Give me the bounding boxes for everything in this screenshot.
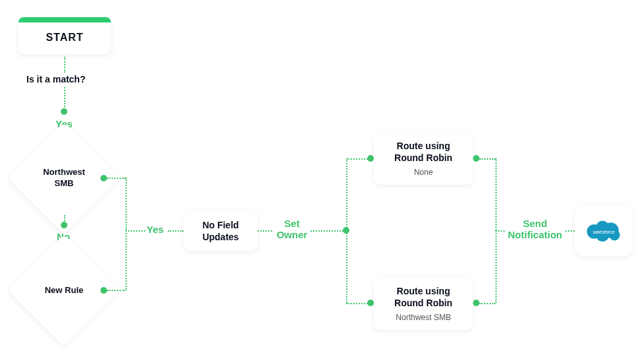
- connector-dot: [100, 287, 107, 294]
- start-node-stripe: [18, 17, 111, 22]
- connector: [125, 230, 145, 232]
- connector-dot: [473, 300, 480, 306]
- connector: [125, 230, 127, 290]
- connector: [258, 230, 272, 232]
- connector: [480, 158, 495, 160]
- connector: [125, 178, 127, 230]
- connector-dot: [61, 222, 67, 228]
- connector: [495, 230, 505, 232]
- connector: [480, 303, 495, 304]
- edge-label-text: Set Owner: [273, 218, 310, 240]
- connector-dot: [473, 155, 480, 162]
- edge-label-send-notification: Send Notification: [505, 218, 565, 240]
- connector: [346, 303, 370, 304]
- start-label: START: [18, 22, 111, 54]
- decision-label: New Rule: [24, 251, 104, 330]
- connector: [107, 178, 125, 179]
- connector: [107, 290, 125, 291]
- connector-dot: [61, 108, 67, 115]
- connector: [64, 57, 65, 73]
- connector: [310, 230, 346, 232]
- connector: [346, 158, 347, 230]
- node-label: Route using Round Robin: [386, 285, 461, 309]
- edge-label-text: Send Notification: [505, 218, 565, 240]
- node-salesforce[interactable]: salesforce: [575, 205, 633, 256]
- connector: [346, 230, 347, 303]
- connector-dot: [367, 155, 374, 162]
- connector: [495, 158, 497, 230]
- connector: [168, 230, 184, 232]
- node-sublabel: None: [414, 168, 433, 177]
- salesforce-icon: salesforce: [584, 217, 624, 244]
- question-text: Is it a match?: [26, 74, 85, 84]
- connector-dot: [100, 175, 107, 181]
- connector: [495, 230, 497, 303]
- edge-label-yes: Yes: [147, 224, 164, 235]
- node-sublabel: Northwest SMB: [396, 313, 450, 322]
- node-route-top[interactable]: Route using Round Robin None: [374, 132, 473, 185]
- connector: [64, 87, 65, 110]
- edge-label-set-owner: Set Owner: [273, 218, 310, 240]
- start-node[interactable]: START: [18, 17, 111, 54]
- node-no-field-updates[interactable]: No Field Updates: [184, 211, 258, 251]
- node-route-bottom[interactable]: Route using Round Robin Northwest SMB: [374, 277, 473, 330]
- svg-text:salesforce: salesforce: [592, 229, 614, 235]
- node-label: No Field Updates: [196, 219, 246, 243]
- connector: [565, 230, 575, 232]
- decision-new-rule[interactable]: New Rule: [24, 251, 104, 330]
- decision-label: Northwest SMB: [24, 139, 104, 218]
- connector: [346, 158, 370, 160]
- node-label: Route using Round Robin: [386, 140, 461, 164]
- connector-dot: [367, 300, 374, 306]
- decision-northwest-smb[interactable]: Northwest SMB: [24, 139, 104, 218]
